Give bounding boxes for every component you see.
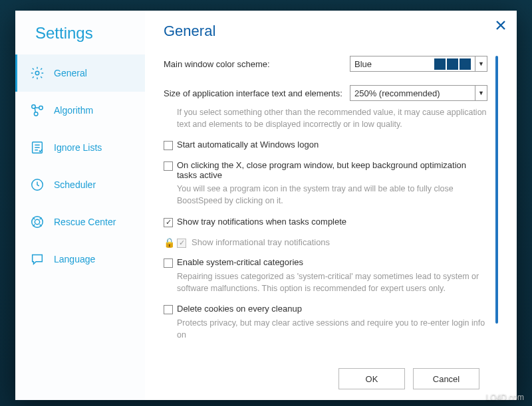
row-text-size: Size of application interface text and e… [164, 85, 487, 101]
svg-point-2 [39, 106, 43, 110]
sidebar-item-rescue-center[interactable]: Rescue Center [15, 203, 145, 241]
watermark: LO4D.com [486, 393, 524, 402]
sidebar-item-label: Algorithm [54, 105, 93, 116]
checkbox-row-syscrit[interactable]: Enable system-critical categories [164, 257, 487, 268]
sidebar-item-ignore-lists[interactable]: Ignore Lists [15, 129, 145, 166]
close-button[interactable] [494, 19, 507, 32]
lock-icon: 🔒 [164, 237, 172, 248]
checkbox-row-cookies[interactable]: Delete cookies on every cleanup [164, 304, 487, 314]
row-color-scheme: Main window color scheme: Blue ▼ [164, 56, 487, 72]
cancel-button[interactable]: Cancel [413, 368, 479, 389]
text-size-value: 250% (recommended) [354, 88, 440, 98]
ok-button[interactable]: OK [338, 368, 405, 389]
lifebuoy-icon [30, 215, 45, 229]
svg-point-0 [35, 71, 39, 75]
scrollbar-track[interactable] [495, 56, 498, 360]
checkbox[interactable] [164, 161, 173, 171]
color-swatch [434, 58, 446, 70]
clock-icon [30, 177, 45, 192]
checkbox[interactable] [164, 258, 173, 268]
gear-icon [30, 66, 45, 80]
checkbox-row-autostart[interactable]: Start automatically at Windows logon [164, 140, 487, 150]
checkbox[interactable] [164, 305, 173, 314]
sidebar-item-label: Rescue Center [54, 217, 116, 227]
checkbox-row-close-x[interactable]: On clicking the X, close program window,… [164, 160, 487, 180]
checkbox-label: Delete cookies on every cleanup [177, 304, 302, 314]
color-scheme-label: Main window color scheme: [164, 59, 350, 69]
settings-dialog: Settings General Algorithm Ignore Lists … [15, 11, 517, 400]
dialog-footer: OK Cancel [164, 360, 498, 400]
main-panel: General Main window color scheme: Blue ▼ [145, 11, 517, 400]
scrollbar[interactable]: ▲ ▼ [495, 56, 498, 360]
syscrit-hint: Repairing issues categorized as 'system-… [177, 270, 487, 294]
color-scheme-select[interactable]: Blue ▼ [350, 56, 487, 72]
cookies-hint: Protects privacy, but may clear active s… [177, 317, 487, 341]
text-size-hint: If you select something other than the r… [177, 106, 487, 130]
sidebar-item-label: General [54, 68, 87, 78]
checkbox-disabled [177, 239, 186, 248]
text-size-select[interactable]: 250% (recommended) ▼ [350, 85, 487, 101]
close-icon [496, 21, 505, 30]
sidebar-item-label: Scheduler [54, 179, 96, 190]
sidebar-item-algorithm[interactable]: Algorithm [15, 92, 145, 129]
svg-point-7 [35, 219, 39, 224]
chevron-down-icon: ▼ [475, 86, 487, 100]
checkbox-label: Show informational tray notifications [192, 237, 330, 247]
svg-point-3 [34, 112, 38, 116]
speech-bubble-icon [30, 252, 45, 266]
color-scheme-value: Blue [354, 59, 372, 69]
dialog-body: Settings General Algorithm Ignore Lists … [15, 11, 517, 400]
color-swatch [447, 58, 458, 70]
scrollbar-thumb[interactable] [495, 56, 498, 324]
chevron-down-icon: ▼ [475, 56, 487, 71]
nodes-icon [30, 103, 45, 118]
checkbox-row-tray-complete[interactable]: Show tray notifications when tasks compl… [164, 217, 487, 227]
checkbox[interactable] [164, 218, 173, 227]
sidebar-item-language[interactable]: Language [15, 241, 145, 278]
sidebar-title: Settings [15, 20, 145, 54]
list-check-icon [30, 140, 45, 155]
text-size-label: Size of application interface text and e… [164, 88, 350, 98]
sidebar-item-label: Ignore Lists [54, 142, 102, 153]
color-swatch [460, 58, 471, 70]
sidebar: Settings General Algorithm Ignore Lists … [15, 11, 145, 400]
scroll-area: Main window color scheme: Blue ▼ [164, 56, 498, 360]
close-x-hint: You will see a program icon in the syste… [177, 183, 487, 207]
sidebar-item-scheduler[interactable]: Scheduler [15, 166, 145, 203]
checkbox-label: Enable system-critical categories [177, 257, 303, 267]
sidebar-item-label: Language [54, 254, 95, 264]
checkbox-label: Show tray notifications when tasks compl… [177, 217, 346, 227]
page-title: General [164, 23, 498, 40]
checkbox-label: On clicking the X, close program window,… [177, 160, 487, 180]
checkbox[interactable] [164, 141, 173, 150]
checkbox-label: Start automatically at Windows logon [177, 140, 319, 150]
locked-row-tray-info: 🔒 Show informational tray notifications [164, 237, 487, 248]
sidebar-item-general[interactable]: General [15, 54, 145, 92]
